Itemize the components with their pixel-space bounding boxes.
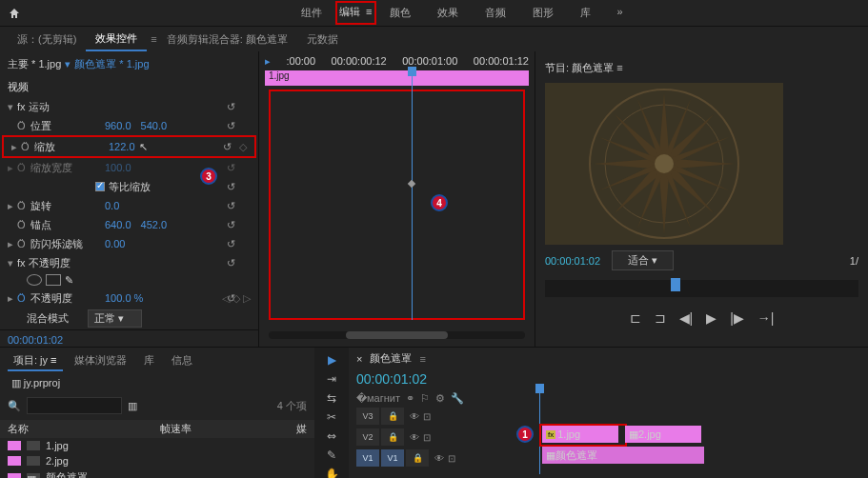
track-select-icon[interactable]: ⇥ <box>322 372 341 386</box>
tab-library[interactable]: 库 <box>567 1 604 25</box>
timeline-clip[interactable]: fx1.jpg <box>542 426 618 443</box>
program-preview[interactable] <box>545 83 783 245</box>
tab-audio[interactable]: 音频 <box>472 1 519 25</box>
opacity-effect[interactable]: ▾ fx 不透明度 ↺ <box>0 253 258 272</box>
track-v3[interactable]: V3 🔒 👁⊡ <box>356 407 860 426</box>
stopwatch-icon[interactable]: Ö <box>17 219 30 230</box>
ellipse-mask-icon[interactable] <box>27 274 42 286</box>
tab-editing[interactable]: 编辑 ≡ <box>335 1 376 25</box>
col-media[interactable]: 媒 <box>296 422 307 436</box>
reset-icon[interactable]: ↺ <box>227 238 235 250</box>
next-icon[interactable]: →| <box>757 310 775 326</box>
prev-keyframe-icon[interactable]: ◁ ◇ ▷ <box>222 292 251 305</box>
marker-icon[interactable]: ⚐ <box>420 392 430 405</box>
toggle-sync-icon[interactable]: ⊡ <box>423 432 431 443</box>
anchor-y[interactable]: 452.0 <box>141 219 168 230</box>
reset-icon[interactable]: ↺ <box>227 181 235 193</box>
effect-timecode[interactable]: 00:00:01:02 <box>0 329 258 347</box>
timeline-timecode[interactable]: 00:00:01:02 <box>349 369 868 388</box>
settings-icon[interactable]: ⚙ <box>435 392 445 405</box>
search-input[interactable] <box>27 397 122 414</box>
stopwatch-icon[interactable]: Ö <box>17 120 30 131</box>
reset-icon[interactable]: ↺ <box>227 219 235 231</box>
opacity-row[interactable]: ▸Ö 不透明度 100.0 % ↺ ◁ ◇ ▷ <box>0 289 258 308</box>
step-fwd-icon[interactable]: |▶ <box>730 310 744 326</box>
tab-info[interactable]: 信息 <box>166 351 198 371</box>
time-ruler[interactable]: ▸ :00:00 00:00:00:12 00:00:01:00 00:00:0… <box>259 51 535 70</box>
ruler-play-icon[interactable]: ▸ <box>265 55 271 68</box>
tab-effect-controls[interactable]: 效果控件 <box>86 28 147 51</box>
track-target[interactable]: V1 <box>356 449 379 467</box>
tab-audio-mixer[interactable]: 音频剪辑混合器: 颜色遮罩 <box>157 29 297 50</box>
col-framerate[interactable]: 帧速率 <box>160 422 192 436</box>
tab-source[interactable]: 源：(无剪辑) <box>8 29 86 50</box>
scale-value[interactable]: 122.0 <box>109 141 135 152</box>
clip-bar[interactable]: 1.jpg <box>265 70 529 86</box>
toggle-output-icon[interactable]: 👁 <box>410 432 419 443</box>
blend-row[interactable]: 混合模式 正常 ▾ <box>0 308 258 329</box>
zoom-select[interactable]: 适合 ▾ <box>612 250 674 270</box>
ripple-tool-icon[interactable]: ⇆ <box>322 391 341 405</box>
hand-tool-icon[interactable]: ✋ <box>322 468 341 478</box>
track-lock-icon[interactable]: 🔒 <box>406 449 429 467</box>
slip-tool-icon[interactable]: ⇔ <box>322 429 341 443</box>
track-header[interactable]: V2 <box>356 428 379 446</box>
clip-link[interactable]: 颜色遮罩 * 1.jpg <box>74 57 149 71</box>
track-header[interactable]: V3 <box>356 408 379 425</box>
stopwatch-icon[interactable]: Ö <box>21 141 34 152</box>
mark-out-icon[interactable]: ⊐ <box>655 310 666 326</box>
toggle-sync-icon[interactable]: ⊡ <box>448 453 455 464</box>
program-mini-timeline[interactable] <box>545 280 858 297</box>
playhead-marker[interactable] <box>671 278 680 291</box>
program-timecode[interactable]: 00:00:01:02 <box>545 255 600 267</box>
linked-sel-icon[interactable]: ⚭ <box>406 392 414 405</box>
pen-tool-icon[interactable]: ✎ <box>322 448 341 462</box>
close-icon[interactable]: × <box>356 353 362 365</box>
disclosure-icon[interactable]: ▸ <box>11 141 21 153</box>
project-item[interactable]: 1.jpg <box>0 438 314 453</box>
step-back-icon[interactable]: ◀| <box>679 310 694 326</box>
project-item[interactable]: 2.jpg <box>0 453 314 468</box>
search-icon[interactable]: 🔍 <box>8 400 21 412</box>
overflow-icon[interactable]: » <box>604 1 636 25</box>
flicker-value[interactable]: 0.00 <box>105 238 125 249</box>
play-icon[interactable]: ▶ <box>706 310 717 326</box>
panel-menu-icon[interactable]: ≡ <box>419 353 425 365</box>
tab-effects[interactable]: 效果 <box>424 1 472 25</box>
disclosure-icon[interactable]: ▾ <box>8 101 17 113</box>
tab-project[interactable]: 项目: jy ≡ <box>8 351 63 371</box>
track-header[interactable]: V1 <box>381 449 404 467</box>
reset-icon[interactable]: ↺ <box>227 200 235 212</box>
mark-in-icon[interactable]: ⊏ <box>630 310 641 326</box>
toggle-sync-icon[interactable]: ⊡ <box>423 411 431 422</box>
opacity-value[interactable]: 100.0 % <box>105 292 143 304</box>
scrollbar-thumb[interactable] <box>346 331 449 339</box>
anchor-row[interactable]: Ö 锚点 640.0 452.0 ↺ <box>0 215 258 234</box>
position-row[interactable]: Ö 位置 960.0 540.0 ↺ <box>0 116 258 135</box>
rotation-value[interactable]: 0.0 <box>105 200 119 211</box>
track-lock-icon[interactable]: 🔒 <box>381 428 404 446</box>
sequence-name[interactable]: 颜色遮罩 <box>370 351 412 366</box>
reset-icon[interactable]: ↺ <box>227 120 235 132</box>
rotation-row[interactable]: ▸Ö 旋转 0.0 ↺ <box>0 196 258 215</box>
stopwatch-icon[interactable]: Ö <box>17 292 30 304</box>
selection-tool-icon[interactable]: ▶ <box>322 353 341 367</box>
position-x[interactable]: 960.0 <box>105 120 131 131</box>
disclosure-icon[interactable]: ▾ <box>8 257 17 269</box>
snap-icon[interactable]: �магнит <box>356 392 400 405</box>
tab-color[interactable]: 颜色 <box>376 1 424 25</box>
motion-effect[interactable]: ▾ fx 运动 ↺ <box>0 97 258 116</box>
uniform-checkbox[interactable] <box>95 182 105 191</box>
reset-icon[interactable]: ↺ <box>227 101 235 113</box>
tab-graphics[interactable]: 图形 <box>519 1 567 25</box>
rect-mask-icon[interactable] <box>46 274 61 286</box>
tab-assembly[interactable]: 组件 <box>288 1 335 25</box>
add-keyframe-icon[interactable]: ◇ <box>239 141 247 153</box>
toggle-output-icon[interactable]: 👁 <box>434 453 444 464</box>
reset-icon[interactable]: ↺ <box>223 141 232 153</box>
home-icon[interactable] <box>8 7 21 20</box>
blend-select[interactable]: 正常 ▾ <box>88 309 142 328</box>
pen-mask-icon[interactable]: ✎ <box>65 274 73 287</box>
tab-media-browser[interactable]: 媒体浏览器 <box>69 351 132 371</box>
anchor-x[interactable]: 640.0 <box>105 219 131 230</box>
